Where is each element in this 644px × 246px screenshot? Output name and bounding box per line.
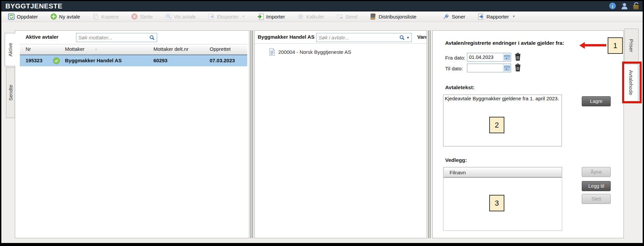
search-icon[interactable] <box>149 35 155 40</box>
slett-button[interactable]: Slett <box>582 194 611 204</box>
toolbar-button-eksporter[interactable]: Eksporter ▼ <box>208 13 245 20</box>
toolbar-button-oppdater[interactable]: Oppdater <box>8 13 38 20</box>
toolbar-button-vis-avtale[interactable]: Vis avtale <box>165 13 196 20</box>
column-header-nr[interactable]: Nr <box>26 46 31 52</box>
toolbar-button-distribusjonsliste[interactable]: @ Distribusjonsliste <box>370 13 417 20</box>
search-mottaker-input[interactable] <box>76 35 149 40</box>
trash-icon[interactable] <box>514 64 521 72</box>
app-title: BYGGTJENESTE <box>5 2 62 10</box>
til-dato-input[interactable] <box>467 65 503 71</box>
fra-dato-field <box>467 53 511 62</box>
envelope-icon <box>337 13 343 20</box>
search-dropdown-icon[interactable]: ▼ <box>406 36 409 39</box>
tree-item-label: 200004 - Norsk Byggtjeneste AS <box>278 49 351 55</box>
table-header: Nr Mottaker ▲ Mottaker delt.nr Opprettet <box>20 44 247 55</box>
fra-dato-input[interactable] <box>467 55 503 60</box>
fra-dato-label: Fra dato: <box>445 55 465 61</box>
check-circle-icon <box>53 57 60 65</box>
panel-splitter[interactable] <box>249 30 254 238</box>
toolbar-button-rapporter[interactable]: Rapporter ▼ <box>478 13 515 20</box>
search-avtale-input[interactable] <box>317 35 399 40</box>
toolbar-label: Slette <box>140 14 153 20</box>
toolbar-label: Oppdater <box>17 14 38 20</box>
toolbar-label: Importer <box>266 14 285 20</box>
toolbar-button-send[interactable]: Send <box>337 13 357 20</box>
legg-til-button[interactable]: Legg til <box>582 181 611 191</box>
toolbar-label: Kalkuler <box>306 14 324 20</box>
pushpin-icon <box>443 13 450 20</box>
annotation-box-1: 1 <box>608 37 623 54</box>
toolbar-label: Distribusjonsliste <box>379 14 417 20</box>
lagre-button[interactable]: Lagre <box>582 96 611 106</box>
annotation-box-3: 3 <box>489 195 504 211</box>
toolbar-label: Ny avtale <box>59 14 80 20</box>
toolbar-label: Vis avtale <box>174 14 196 20</box>
info-icon[interactable]: i <box>609 2 616 10</box>
chevron-down-icon: ▼ <box>242 15 245 18</box>
avtaletekst-label: Avtaletekst: <box>445 84 474 91</box>
tab-aktive[interactable]: Aktive <box>5 33 15 66</box>
cell-nr: 195323 <box>26 58 42 63</box>
toolbar-button-ny-avtale[interactable]: Ny avtale <box>50 13 80 20</box>
svg-text:@: @ <box>371 14 374 17</box>
chevron-down-icon: ▼ <box>512 15 515 18</box>
til-dato-label: Til dato: <box>445 66 463 71</box>
table-row[interactable]: 195323 Byggmakker Handel AS 60293 07.03.… <box>20 55 247 66</box>
panel-title: Byggmakker Handel AS <box>258 34 315 40</box>
sort-asc-icon: ▲ <box>95 47 98 51</box>
toolbar-label: Send <box>346 14 357 20</box>
toolbar-label: Kopiere <box>101 14 119 20</box>
toolbar-button-kalkuler[interactable]: Kalkuler <box>297 13 324 20</box>
toolbar-button-slette[interactable]: Slette <box>131 13 153 20</box>
tab-label: Aktive <box>7 43 13 57</box>
toolbar-label: Soner <box>452 14 465 20</box>
application-window: BYGGTJENESTE i Oppdater Ny avtale <box>1 1 643 243</box>
vareeier-label: Vareeie <box>417 34 426 40</box>
user-icon[interactable] <box>620 2 628 10</box>
search-avtale-box: ▼ <box>316 33 412 42</box>
toolbar-button-soner[interactable]: Soner <box>443 13 465 20</box>
title-bar: BYGGTJENESTE i <box>1 1 643 11</box>
column-header-opprettet[interactable]: Opprettet <box>210 46 231 52</box>
search-icon[interactable] <box>399 35 405 40</box>
validity-heading: Avtalen/registrerte endringer i avtale g… <box>445 40 564 46</box>
copy-icon <box>93 13 99 20</box>
column-label: Filnavn <box>450 170 466 175</box>
apne-button[interactable]: Åpne <box>582 167 611 177</box>
delete-circle-icon <box>131 13 138 20</box>
panel-splitter[interactable] <box>427 30 432 238</box>
trash-icon[interactable] <box>514 53 521 61</box>
calendar-icon[interactable] <box>503 53 511 61</box>
export-arrow-icon <box>208 13 215 20</box>
report-arrow-icon <box>478 13 484 20</box>
column-header-delt-nr[interactable]: Mottaker delt.nr <box>153 46 188 52</box>
tab-priser[interactable]: Priser <box>624 29 639 63</box>
annotation-highlight-rect <box>622 62 642 103</box>
avtaletekst-value: Kjedeavtale Byggmakker gjeldene fra 1. a… <box>445 96 559 101</box>
tree-item-agreement[interactable]: 200004 - Norsk Byggtjeneste AS <box>269 48 351 56</box>
annotation-box-2: 2 <box>489 117 504 133</box>
import-arrow-icon <box>257 13 264 20</box>
cell-opprettet: 07.03.2023 <box>210 58 235 63</box>
svg-text:i: i <box>612 4 613 9</box>
active-agreements-panel: Aktive avtaler Nr Mottaker ▲ Mottaker de… <box>15 30 249 238</box>
toolbar-button-kopiere[interactable]: Kopiere <box>93 13 119 20</box>
vedlegg-label: Vedlegg: <box>445 157 467 163</box>
unlock-icon[interactable] <box>632 2 640 10</box>
column-header-mottaker[interactable]: Mottaker <box>65 46 84 52</box>
til-dato-field <box>467 64 511 72</box>
document-icon <box>269 48 275 56</box>
refresh-icon <box>8 13 14 20</box>
agreement-header-panel: Avtalen/registrerte endringer i avtale g… <box>432 30 624 238</box>
filnavn-column-header: Filnavn <box>443 167 562 178</box>
toolbar-button-importer[interactable]: Importer <box>257 13 285 20</box>
tab-label: Sendte <box>8 85 14 101</box>
cell-mottaker: Byggmakker Handel AS <box>65 58 122 63</box>
agreements-table: Nr Mottaker ▲ Mottaker delt.nr Opprettet… <box>20 44 247 66</box>
magnifier-icon <box>165 13 172 20</box>
panel-title: Aktive avtaler <box>26 34 59 40</box>
calendar-icon[interactable] <box>503 64 511 72</box>
address-book-icon: @ <box>370 13 376 20</box>
tab-sendte[interactable]: Sendte <box>6 67 15 118</box>
toolbar-label: Rapporter <box>487 14 509 20</box>
